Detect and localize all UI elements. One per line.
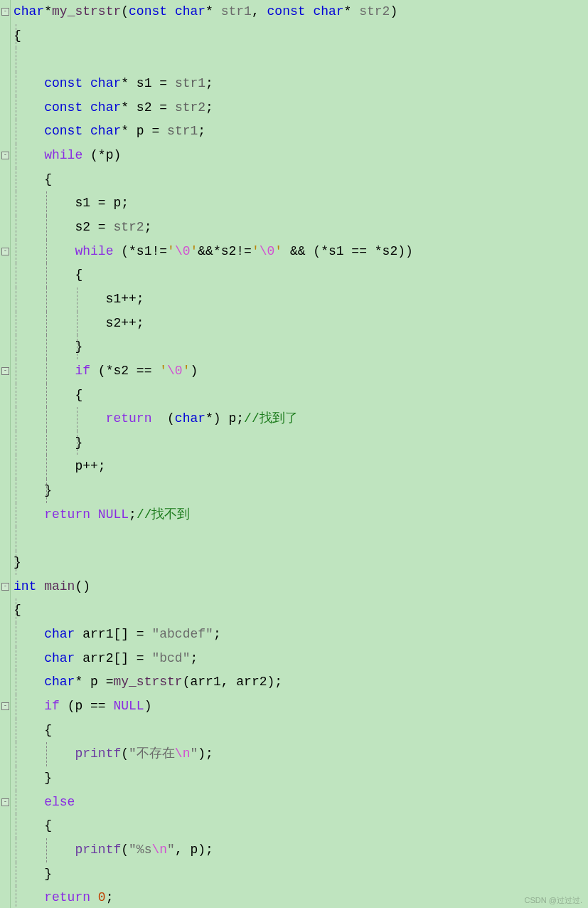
code-line: while (*s1!='\0'&&*s2!='\0' && (*s1 == *… [14,240,413,264]
fold-toggle[interactable]: - [1,702,9,710]
token: const [44,100,82,115]
code-line: printf("不存在\n"); [14,742,413,766]
token: str1 [221,4,252,19]
token: s2++; [14,316,144,330]
token: NULL [98,507,129,522]
indent-guide [16,335,16,359]
token: \0 [167,364,183,378]
token: ; [106,890,114,904]
indent-guide [16,240,16,264]
token: " [190,746,198,761]
token [14,52,21,66]
token [90,890,98,904]
token: char [175,4,205,19]
token: printf [75,746,121,761]
token: char [90,76,121,90]
code-line: } [14,431,413,455]
indent-guide [16,766,16,791]
watermark: CSDN @过过过. [525,893,582,908]
token: ; [144,220,152,234]
token [14,148,44,162]
indent-guide [16,24,16,48]
code-line: { [14,719,413,743]
indent-guide [46,216,47,240]
fold-toggle[interactable]: - [1,8,9,16]
code-line: if (*s2 == '\0') [14,359,413,384]
token: { [14,268,82,282]
code-line: printf("%s\n", p); [14,838,413,862]
token [14,843,75,857]
fold-toggle[interactable]: - [1,367,9,375]
token: (*p) [82,148,121,162]
code-line [14,527,413,551]
token: ; [198,124,205,138]
indent-guide [16,527,16,551]
fold-toggle[interactable]: - [1,248,9,255]
token: (*s2 == [90,364,159,378]
token [14,531,44,545]
token [82,100,90,115]
indent-guide [16,886,16,908]
indent-guide [16,359,16,384]
token: \0 [260,244,275,258]
fold-toggle[interactable]: - [1,583,9,591]
code-line: const char* p = str1; [14,120,413,144]
token: "不存在 [129,746,175,761]
code-line: } [14,551,413,575]
indent-guide [46,742,47,766]
indent-guide [16,838,16,862]
indent-guide [16,312,16,336]
token [14,76,44,90]
code-area: char*my_strstr(const char* str1, const c… [11,0,413,908]
code-line: char arr1[] = "abcdef"; [14,623,413,647]
token: //找不到 [137,507,191,522]
fold-toggle[interactable]: - [1,152,9,159]
code-line: } [14,479,413,503]
indent-guide [77,407,77,431]
token: } [14,771,52,785]
token: main [44,579,75,593]
token: ( [121,746,129,761]
token [14,124,44,138]
token: ( [121,4,129,19]
token: char [313,4,343,19]
code-editor: ------- char*my_strstr(const char* str1,… [0,0,588,908]
indent-guide [16,503,16,527]
token [14,651,44,665]
token: const [44,124,82,138]
indent-guide [16,862,16,887]
token: ; [129,507,137,522]
token: s1++; [14,292,144,306]
code-line: return NULL;//找不到 [14,503,413,527]
indent-guide [46,359,47,384]
token: \n [175,746,191,761]
token: s1 = p; [14,196,129,210]
token [14,244,75,258]
fold-toggle[interactable]: - [1,798,9,806]
token: (*s1!= [113,244,167,258]
fold-gutter: ------- [0,0,11,908]
token: char [14,4,44,19]
token: my_strstr [52,4,121,19]
indent-guide [16,263,16,287]
token: } [14,555,21,569]
token: ( [121,843,129,857]
token: { [14,172,52,186]
token: my_strstr [113,675,182,689]
token [90,507,98,522]
token: { [14,723,52,737]
token: ; [205,100,213,115]
token: const [129,4,167,19]
token [14,100,44,115]
code-line: char arr2[] = "bcd"; [14,647,413,671]
indent-guide [16,598,16,623]
code-line: s1 = p; [14,191,413,216]
code-line: char* p =my_strstr(arr1, arr2); [14,670,413,695]
token: char [90,100,121,115]
token: ( [151,411,174,426]
token: const [267,4,306,19]
token [82,124,90,138]
token: * s2 = [121,100,175,115]
token: } [14,339,82,354]
indent-guide [46,312,47,336]
